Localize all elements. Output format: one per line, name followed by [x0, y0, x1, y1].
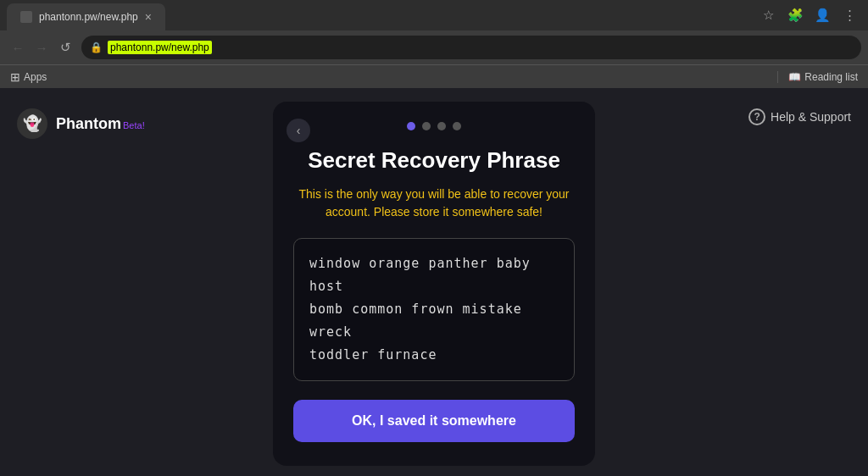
apps-bookmark[interactable]: ⊞ Apps	[10, 70, 47, 84]
phrase-line-1: window orange panther baby host	[309, 256, 531, 294]
recovery-phrase-card: ‹ Secret Recovery Phrase This is the onl…	[273, 102, 595, 466]
dot-3	[437, 122, 446, 130]
dot-1	[407, 122, 415, 130]
page-content: 👻 PhantomBeta! ‹ Secret Recovery Phrase	[0, 88, 868, 476]
forward-button[interactable]: →	[31, 36, 53, 58]
brand-sidebar: 👻 PhantomBeta!	[0, 88, 170, 159]
back-button[interactable]: ←	[7, 36, 29, 58]
toolbar-right: ☆ 🧩 👤 ⋮	[756, 3, 861, 27]
tab-area: phantonn.pw/new.php ×	[7, 0, 749, 30]
lock-icon: 🔒	[90, 42, 103, 53]
carousel-dots	[407, 122, 461, 130]
reading-list-label: Reading list	[804, 71, 858, 83]
phantom-logo: 👻	[17, 108, 47, 139]
menu-button[interactable]: ⋮	[837, 3, 861, 27]
phrase-line-3: toddler furnace	[309, 347, 437, 363]
dot-4	[453, 122, 461, 130]
help-icon: ?	[748, 108, 765, 125]
dot-2	[422, 122, 431, 130]
profile-button[interactable]: 👤	[810, 3, 834, 27]
reading-list-button[interactable]: 📖 Reading list	[777, 71, 858, 83]
active-tab[interactable]: phantonn.pw/new.php ×	[7, 3, 165, 30]
phantom-logo-icon: 👻	[23, 114, 42, 133]
star-button[interactable]: ☆	[756, 3, 780, 27]
help-label: Help & Support	[771, 110, 851, 124]
help-support-link[interactable]: ? Help & Support	[748, 108, 851, 125]
card-warning: This is the only way you will be able to…	[293, 185, 575, 221]
tab-title: phantonn.pw/new.php	[39, 11, 138, 23]
phrase-text: window orange panther baby host bomb com…	[309, 252, 559, 367]
brand-name-area: PhantomBeta!	[56, 115, 145, 133]
brand-beta-label: Beta!	[123, 120, 145, 130]
address-input-wrapper: 🔒 phantonn.pw/new.php	[81, 36, 861, 59]
apps-grid-icon: ⊞	[10, 70, 20, 84]
card-title: Secret Recovery Phrase	[293, 147, 575, 174]
url-highlight: phantonn.pw/new.php	[108, 41, 212, 54]
extensions-button[interactable]: 🧩	[783, 3, 807, 27]
main-card-area: ‹ Secret Recovery Phrase This is the onl…	[170, 88, 698, 466]
ok-saved-button[interactable]: OK, I saved it somewhere	[293, 400, 575, 442]
bookmarks-bar: ⊞ Apps 📖 Reading list	[0, 64, 868, 88]
tab-bar: phantonn.pw/new.php × ☆ 🧩 👤 ⋮	[0, 0, 868, 30]
phrase-box: window orange panther baby host bomb com…	[293, 238, 575, 381]
tab-close-button[interactable]: ×	[145, 10, 152, 24]
reload-button[interactable]: ↺	[54, 36, 76, 58]
help-area: ? Help & Support	[698, 88, 868, 146]
phrase-line-2: bomb common frown mistake wreck	[309, 302, 522, 340]
brand-name: Phantom	[56, 115, 121, 132]
browser-chrome: phantonn.pw/new.php × ☆ 🧩 👤 ⋮ ← → ↺ 🔒 ph…	[0, 0, 868, 88]
address-bar-row: ← → ↺ 🔒 phantonn.pw/new.php	[0, 30, 868, 64]
address-bar-nav: ← → ↺	[7, 36, 76, 58]
card-warning-text: This is the only way you will be able to…	[298, 187, 569, 219]
apps-label: Apps	[24, 71, 47, 83]
reading-list-icon: 📖	[788, 71, 801, 83]
carousel-prev-button[interactable]: ‹	[287, 119, 310, 142]
carousel-nav	[293, 122, 575, 130]
tab-favicon	[20, 11, 32, 23]
address-input[interactable]	[217, 42, 853, 54]
